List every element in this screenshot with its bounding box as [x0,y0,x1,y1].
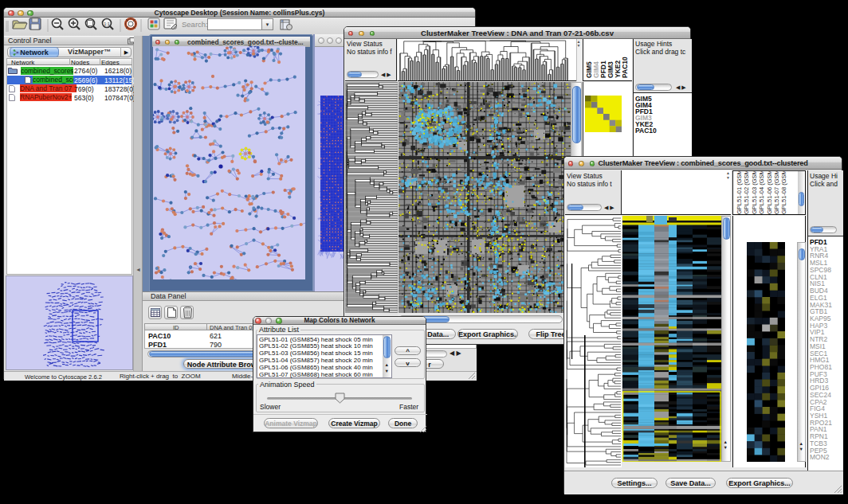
svg-text:1:1: 1:1 [104,21,110,26]
